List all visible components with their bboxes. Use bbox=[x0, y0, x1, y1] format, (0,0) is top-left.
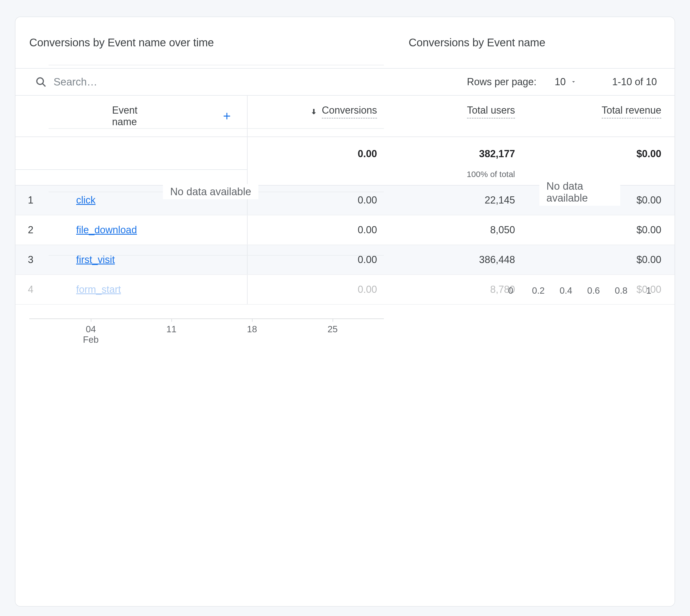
x-tick-label: 25 bbox=[328, 324, 338, 334]
table-row: 3 first_visit 0.00 386,448 $0.00 bbox=[16, 245, 675, 274]
summary-conversions: 0.00 bbox=[247, 137, 391, 170]
cell-total-revenue: $0.00 bbox=[529, 274, 675, 304]
gridline bbox=[48, 255, 384, 256]
col-total-revenue[interactable]: Total revenue bbox=[529, 95, 675, 137]
cell-conversions: 0.00 bbox=[247, 215, 391, 245]
no-data-label: No data available bbox=[163, 184, 258, 199]
event-link[interactable]: first_visit bbox=[76, 254, 115, 265]
add-dimension-button[interactable] bbox=[221, 109, 233, 123]
svg-line-1 bbox=[42, 84, 45, 86]
charts-row: Conversions by Event name over time 04Fe… bbox=[16, 17, 674, 68]
cell-total-revenue: $0.00 bbox=[529, 245, 675, 274]
x-tick bbox=[333, 318, 333, 322]
cell-total-revenue: $0.00 bbox=[529, 215, 675, 245]
x-tick-label: 18 bbox=[247, 324, 257, 334]
summary-total-revenue: $0.00 bbox=[529, 137, 675, 170]
fade-mask bbox=[16, 573, 674, 606]
search-wrap bbox=[35, 76, 457, 88]
chart-title: Conversions by Event name over time bbox=[29, 37, 392, 49]
event-link[interactable]: click bbox=[76, 194, 96, 206]
col-conversions[interactable]: Conversions bbox=[247, 95, 391, 137]
cell-total-users: 8,780 bbox=[391, 274, 529, 304]
x-axis bbox=[29, 318, 384, 319]
pagination-range: 1-10 of 10 bbox=[612, 76, 657, 88]
rows-per-page-label: Rows per page: bbox=[467, 76, 537, 88]
cell-conversions: 0.00 bbox=[247, 185, 391, 215]
col-total-users[interactable]: Total users bbox=[391, 95, 529, 137]
col-index bbox=[16, 95, 65, 137]
cell-total-users: 386,448 bbox=[391, 245, 529, 274]
table-row: 2 file_download 0.00 8,050 $0.00 bbox=[16, 215, 675, 245]
event-link[interactable]: form_start bbox=[76, 284, 121, 295]
chart-conversions-over-time: Conversions by Event name over time 04Fe… bbox=[29, 37, 392, 60]
event-link[interactable]: file_download bbox=[76, 224, 137, 236]
chevron-down-icon bbox=[570, 79, 578, 85]
summary-total-users: 382,177 bbox=[391, 137, 529, 170]
chart-conversions-by-event: Conversions by Event name 0 0.2 0.4 0.6 … bbox=[409, 37, 661, 60]
x-tick bbox=[91, 318, 91, 322]
x-tick bbox=[252, 318, 253, 322]
chart-title: Conversions by Event name bbox=[409, 37, 661, 49]
cell-conversions: 0.00 bbox=[247, 245, 391, 274]
summary-total-users-note: 100% of total bbox=[391, 170, 529, 185]
svg-point-0 bbox=[37, 78, 43, 84]
rows-per-page-select[interactable]: 10 bbox=[555, 76, 578, 88]
sort-desc-icon bbox=[310, 108, 318, 116]
cell-total-users: 8,050 bbox=[391, 215, 529, 245]
row-index: 1 bbox=[16, 185, 65, 215]
table-toolbar: Rows per page: 10 1-10 of 10 bbox=[16, 69, 674, 95]
row-index: 3 bbox=[16, 245, 65, 274]
table-row: 4 form_start 0.00 8,780 $0.00 bbox=[16, 274, 675, 304]
gridline bbox=[48, 65, 384, 65]
row-index: 4 bbox=[16, 274, 65, 304]
report-card: Conversions by Event name over time 04Fe… bbox=[15, 17, 675, 607]
search-input[interactable] bbox=[54, 76, 219, 88]
col-event-name[interactable]: Event name bbox=[65, 95, 247, 137]
row-index: 2 bbox=[16, 215, 65, 245]
x-tick-label: 11 bbox=[166, 324, 176, 334]
cell-total-users: 22,145 bbox=[391, 185, 529, 215]
no-data-label: No data available bbox=[539, 179, 620, 206]
cell-conversions: 0.00 bbox=[247, 274, 391, 304]
search-icon[interactable] bbox=[35, 76, 47, 88]
rows-per-page-value: 10 bbox=[555, 76, 566, 88]
x-tick bbox=[171, 318, 172, 322]
x-tick-label: 04Feb bbox=[83, 324, 99, 345]
